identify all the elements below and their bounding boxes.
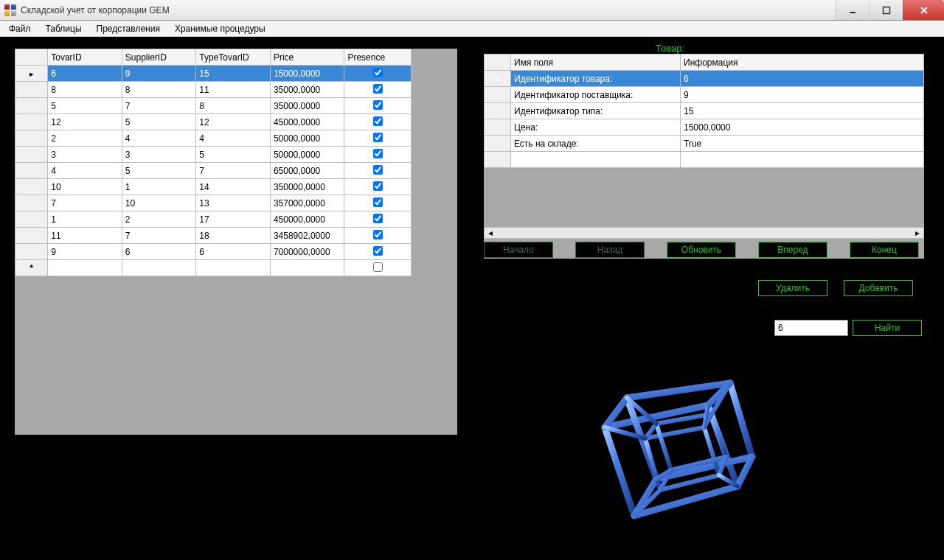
cell-fieldname[interactable]: Идентификатор типа:	[511, 103, 681, 119]
menu-storedproc[interactable]: Хранимые процедуры	[169, 22, 271, 35]
left-grid[interactable]: TovarID SupplierID TypeTovarID Price Pre…	[15, 49, 412, 276]
table-row[interactable]: 33550000,0000	[15, 147, 412, 163]
cell-supplier[interactable]: 3	[122, 147, 196, 163]
cell-tovar[interactable]: 8	[48, 82, 122, 98]
cell-info[interactable]: 15	[681, 103, 924, 119]
scroll-left-icon[interactable]: ◂	[485, 228, 496, 238]
cell-tovar[interactable]: 7	[48, 195, 122, 211]
table-row[interactable]: 881135000,0000	[15, 82, 412, 98]
cell-presence[interactable]	[344, 179, 412, 195]
cell-type[interactable]: 17	[196, 211, 271, 228]
presence-checkbox[interactable]	[373, 149, 383, 158]
detail-grid[interactable]: Имя поля Информация ▸Идентификатор товар…	[484, 54, 924, 168]
cell-info[interactable]: 9	[681, 87, 924, 103]
end-button[interactable]: Конец	[850, 242, 919, 258]
close-button[interactable]	[903, 0, 944, 20]
cell-supplier[interactable]: 5	[122, 163, 196, 179]
left-col-tovarid[interactable]: TovarID	[48, 49, 122, 66]
cell-supplier[interactable]: 9	[122, 66, 196, 82]
detail-row[interactable]: Идентификатор типа:15	[485, 103, 924, 119]
table-row[interactable]: 45765000,0000	[15, 163, 412, 179]
row-header[interactable]	[15, 114, 48, 130]
cell-tovar[interactable]: 1	[48, 211, 122, 228]
cell-type[interactable]: 14	[196, 179, 271, 195]
row-header[interactable]: ▸	[485, 71, 511, 87]
cell-type[interactable]: 12	[196, 114, 271, 130]
cell-type[interactable]: 13	[196, 195, 271, 211]
cell-type[interactable]: 6	[196, 244, 271, 260]
cell-price[interactable]: 357000,0000	[270, 195, 344, 211]
presence-checkbox-new[interactable]	[373, 262, 383, 272]
detail-col-info[interactable]: Информация	[681, 55, 924, 71]
cell-price[interactable]: 65000,0000	[270, 163, 344, 179]
cell-tovar[interactable]: 2	[48, 130, 122, 147]
cell-price[interactable]: 350000,0000	[270, 179, 344, 195]
presence-checkbox[interactable]	[373, 116, 383, 126]
row-header-new[interactable]	[15, 260, 48, 276]
presence-checkbox[interactable]	[373, 181, 383, 191]
scroll-right-icon[interactable]: ▸	[912, 228, 923, 238]
back-button[interactable]: Назад	[575, 242, 645, 258]
cell-type[interactable]: 7	[196, 163, 271, 179]
cell-price[interactable]: 45000,0000	[270, 114, 344, 130]
cell-supplier[interactable]: 7	[122, 98, 196, 114]
left-col-price[interactable]: Price	[270, 49, 344, 66]
cell-presence[interactable]	[344, 195, 412, 211]
find-input[interactable]	[774, 320, 848, 336]
cell-tovar[interactable]: 9	[48, 244, 122, 260]
row-header[interactable]	[15, 163, 48, 179]
cell-supplier[interactable]: 7	[122, 228, 196, 244]
cell-tovar[interactable]: 6	[48, 66, 122, 82]
refresh-button[interactable]: Обновить	[667, 242, 736, 258]
presence-checkbox[interactable]	[373, 68, 383, 77]
table-row[interactable]: 1217450000,0000	[15, 211, 412, 228]
cell-presence[interactable]	[344, 82, 412, 98]
new-row[interactable]	[15, 260, 412, 276]
cell-type[interactable]: 11	[196, 82, 271, 98]
begin-button[interactable]: Начало	[484, 242, 553, 258]
row-header[interactable]	[15, 147, 48, 163]
cell-supplier[interactable]: 5	[122, 114, 196, 130]
row-header[interactable]	[15, 244, 48, 260]
cell-tovar[interactable]: 12	[48, 114, 122, 130]
row-header[interactable]	[485, 119, 511, 136]
detail-row[interactable]: Цена:15000,0000	[485, 119, 924, 136]
cell-supplier[interactable]: 6	[122, 244, 196, 260]
row-header[interactable]	[15, 66, 48, 82]
add-button[interactable]: Добавить	[844, 280, 913, 296]
cell-type[interactable]: 5	[196, 147, 271, 163]
forward-button[interactable]: Вперед	[758, 242, 827, 258]
menu-tables[interactable]: Таблицы	[40, 22, 88, 35]
cell-supplier[interactable]: 4	[122, 130, 196, 147]
row-header[interactable]	[485, 103, 511, 119]
menu-views[interactable]: Представления	[91, 22, 166, 35]
cell-presence[interactable]	[344, 163, 412, 179]
presence-checkbox[interactable]	[373, 197, 383, 207]
cell-price[interactable]: 15000,0000	[270, 66, 344, 82]
cell-type[interactable]: 18	[196, 228, 271, 244]
cell-price[interactable]: 3458902,0000	[270, 228, 344, 244]
find-button[interactable]: Найти	[853, 320, 922, 336]
cell-info[interactable]: True	[681, 136, 924, 152]
cell-fieldname[interactable]: Есть на складе:	[511, 136, 681, 152]
detail-col-name[interactable]: Имя поля	[511, 55, 681, 71]
table-row[interactable]: 117183458902,0000	[15, 228, 412, 244]
table-row[interactable]: 9667000000,0000	[15, 244, 412, 260]
cell-fieldname[interactable]: Цена:	[511, 119, 681, 136]
table-row[interactable]: 691515000,0000	[15, 66, 412, 82]
maximize-button[interactable]	[869, 0, 903, 20]
cell-type[interactable]: 8	[196, 98, 271, 114]
row-header[interactable]	[15, 82, 48, 98]
row-header[interactable]	[485, 136, 511, 152]
new-detail-row[interactable]	[485, 152, 924, 168]
row-header[interactable]	[15, 211, 48, 228]
cell-price[interactable]: 35000,0000	[270, 82, 344, 98]
cell-presence[interactable]	[344, 130, 412, 147]
cell-tovar[interactable]: 11	[48, 228, 122, 244]
minimize-button[interactable]	[835, 0, 869, 20]
left-col-typetovarid[interactable]: TypeTovarID	[196, 49, 271, 66]
cell-supplier[interactable]: 8	[122, 82, 196, 98]
left-col-supplierid[interactable]: SupplierID	[122, 49, 196, 66]
cell-price[interactable]: 50000,0000	[270, 147, 344, 163]
cell-fieldname[interactable]: Идентификатор товара:	[511, 71, 681, 87]
